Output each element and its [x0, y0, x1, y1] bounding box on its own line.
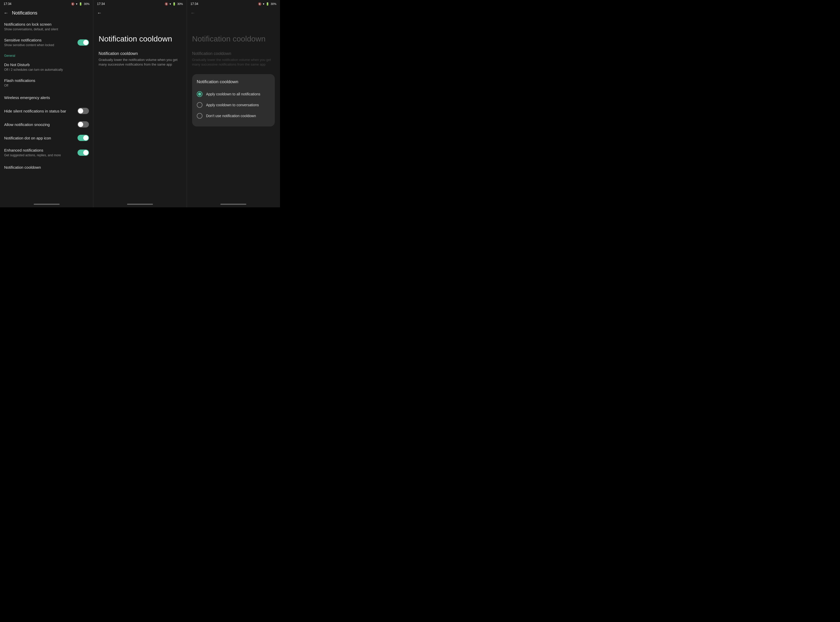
status-time-3: 17:34 — [191, 2, 199, 6]
flash-notifications-item[interactable]: Flash notifications Off — [0, 75, 93, 91]
enhanced-toggle[interactable] — [78, 149, 89, 156]
lock-screen-notifications-item[interactable]: Notifications on lock screen Show conver… — [0, 19, 93, 35]
cooldown-item-subtitle: Gradually lower the notification volume … — [99, 58, 181, 67]
sensitive-subtitle: Show sensitive content when locked — [4, 43, 78, 47]
notification-cooldown-title: Notification cooldown — [4, 165, 89, 170]
bottom-indicator-3 — [220, 204, 246, 205]
dnd-title: Do Not Disturb — [4, 62, 89, 67]
mute-icon: 🔇 — [71, 2, 75, 6]
lock-screen-subtitle: Show conversations, default, and silent — [4, 27, 89, 32]
notification-dot-toggle-knob — [83, 135, 89, 140]
cooldown-item-title: Notification cooldown — [99, 51, 181, 56]
flash-subtitle: Off — [4, 84, 89, 88]
battery-pct-3: 30% — [271, 2, 276, 5]
general-section-label: General — [0, 50, 93, 59]
dnd-item[interactable]: Do Not Disturb Off / 2 schedules can tur… — [0, 59, 93, 75]
bottom-bar-3 — [187, 201, 280, 207]
enhanced-title: Enhanced notifications — [4, 148, 78, 153]
hide-silent-toggle-knob — [78, 108, 83, 113]
dialog-option-none-label: Don't use notification cooldown — [206, 114, 256, 118]
hide-silent-item[interactable]: Hide silent notifications in status bar — [0, 104, 93, 118]
cooldown-dialog: Notification cooldown Apply cooldown to … — [192, 74, 275, 127]
toolbar-3: ← — [187, 7, 280, 19]
back-button-1[interactable]: ← — [4, 11, 8, 16]
battery-icon: 🔋 — [79, 2, 82, 6]
status-bar-2: 17:34 🔇 ▾ 🔋 30% — [93, 0, 186, 7]
radio-none[interactable] — [197, 113, 203, 119]
cooldown-big-title: Notification cooldown — [99, 34, 181, 44]
cooldown-item-subtitle-gray: Gradually lower the notification volume … — [192, 58, 275, 67]
bottom-bar-1 — [0, 201, 93, 207]
radio-all[interactable] — [197, 91, 203, 97]
dialog-title: Notification cooldown — [197, 79, 270, 84]
cooldown-item-title-gray: Notification cooldown — [192, 51, 275, 56]
battery-pct-1: 30% — [84, 2, 89, 5]
wifi-icon-3: ▾ — [263, 2, 264, 6]
status-time-1: 17:34 — [4, 2, 11, 6]
status-icons-1: 🔇 ▾ 🔋 30% — [71, 2, 89, 6]
snoozing-item[interactable]: Allow notification snoozing — [0, 118, 93, 131]
radio-conversations[interactable] — [197, 102, 203, 108]
enhanced-notifications-item[interactable]: Enhanced notifications Get suggested act… — [0, 145, 93, 160]
page-title-1: Notifications — [12, 11, 37, 16]
dialog-option-none[interactable]: Don't use notification cooldown — [197, 110, 270, 121]
bottom-indicator-1 — [34, 204, 60, 205]
notification-dot-toggle[interactable] — [78, 135, 89, 141]
sensitive-toggle[interactable] — [78, 40, 89, 46]
settings-list: Notifications on lock screen Show conver… — [0, 19, 93, 201]
dialog-option-all[interactable]: Apply cooldown to all notifications — [197, 88, 270, 99]
panel-cooldown-dialog: 17:34 🔇 ▾ 🔋 30% ← Notification cooldown … — [187, 0, 280, 207]
status-time-2: 17:34 — [97, 2, 105, 6]
hide-silent-toggle[interactable] — [78, 108, 89, 114]
sensitive-toggle-knob — [83, 40, 89, 45]
notification-dot-title: Notification dot on app icon — [4, 136, 78, 141]
cooldown-big-title-gray: Notification cooldown — [192, 34, 275, 44]
dialog-option-all-label: Apply cooldown to all notifications — [206, 92, 260, 96]
battery-pct-2: 30% — [177, 2, 183, 5]
sensitive-title: Sensitive notifications — [4, 38, 78, 43]
snoozing-toggle[interactable] — [78, 121, 89, 128]
mute-icon-2: 🔇 — [165, 2, 168, 6]
bottom-bar-2 — [93, 201, 186, 207]
radio-all-inner — [198, 93, 201, 96]
status-bar-1: 17:34 🔇 ▾ 🔋 30% — [0, 0, 93, 7]
back-button-2[interactable]: ← — [97, 11, 102, 16]
lock-screen-title: Notifications on lock screen — [4, 22, 89, 27]
wifi-icon: ▾ — [76, 2, 78, 6]
snoozing-toggle-knob — [78, 122, 83, 127]
bottom-indicator-2 — [127, 204, 153, 205]
dialog-option-conversations[interactable]: Apply cooldown to conversations — [197, 99, 270, 110]
status-bar-3: 17:34 🔇 ▾ 🔋 30% — [187, 0, 280, 7]
dialog-option-conversations-label: Apply cooldown to conversations — [206, 103, 259, 107]
toolbar-1: ← Notifications — [0, 7, 93, 19]
wifi-icon-2: ▾ — [170, 2, 171, 6]
panel-notifications-settings: 17:34 🔇 ▾ 🔋 30% ← Notifications Notifica… — [0, 0, 93, 207]
snoozing-title: Allow notification snoozing — [4, 122, 78, 127]
hide-silent-title: Hide silent notifications in status bar — [4, 108, 78, 114]
status-icons-3: 🔇 ▾ 🔋 30% — [258, 2, 276, 6]
mute-icon-3: 🔇 — [258, 2, 261, 6]
flash-title: Flash notifications — [4, 78, 89, 83]
wireless-emergency-item[interactable]: Wireless emergency alerts — [0, 91, 93, 104]
notification-dot-item[interactable]: Notification dot on app icon — [0, 131, 93, 145]
battery-icon-2: 🔋 — [173, 2, 176, 6]
dnd-subtitle: Off / 2 schedules can turn on automatica… — [4, 68, 89, 72]
sensitive-notifications-item[interactable]: Sensitive notifications Show sensitive c… — [0, 35, 93, 50]
cooldown-dialog-content: Notification cooldown Notification coold… — [187, 19, 280, 201]
status-icons-2: 🔇 ▾ 🔋 30% — [165, 2, 183, 6]
enhanced-toggle-knob — [83, 150, 89, 155]
back-button-3[interactable]: ← — [191, 11, 195, 16]
toolbar-2: ← — [93, 7, 186, 19]
wireless-emergency-title: Wireless emergency alerts — [4, 95, 89, 100]
notification-cooldown-item[interactable]: Notification cooldown — [0, 160, 93, 174]
cooldown-content: Notification cooldown Notification coold… — [93, 19, 186, 201]
panel-cooldown-page: 17:34 🔇 ▾ 🔋 30% ← Notification cooldown … — [93, 0, 186, 207]
enhanced-subtitle: Get suggested actions, replies, and more — [4, 153, 78, 158]
battery-icon-3: 🔋 — [266, 2, 269, 6]
